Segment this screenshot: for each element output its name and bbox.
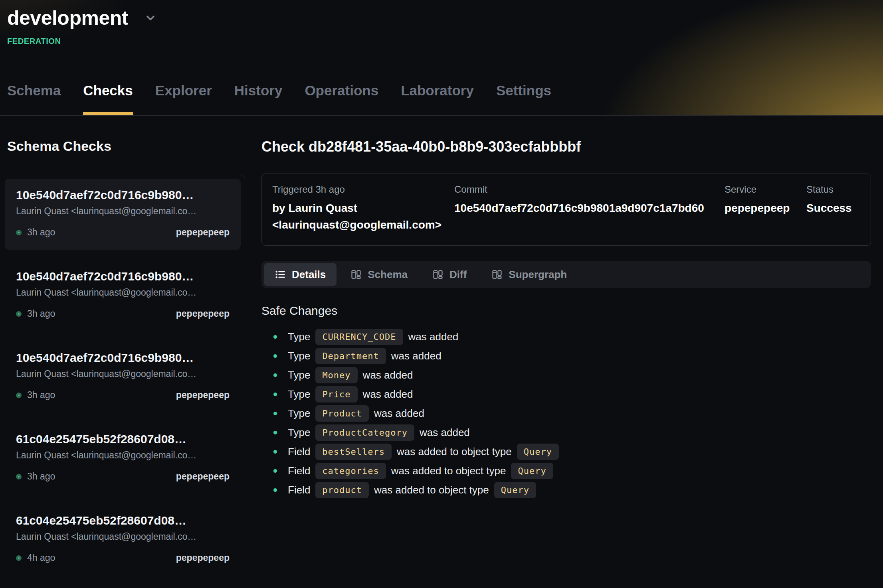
triggered-value: by Laurin Quast <laurinquast@googlemail.…	[272, 200, 446, 233]
tab-explorer[interactable]: Explorer	[155, 83, 212, 116]
bullet-icon	[273, 393, 277, 396]
change-item: Field bestSellers was added to object ty…	[261, 442, 871, 461]
change-prefix: Type	[288, 388, 310, 401]
change-prefix: Type	[288, 407, 310, 420]
check-service: pepepepeep	[176, 390, 230, 401]
check-author: Laurin Quast <laurinquast@googlemail.co…	[16, 287, 230, 298]
tab-schema[interactable]: Schema	[7, 83, 61, 116]
chevron-down-icon[interactable]	[144, 12, 157, 24]
detail-tab-diff[interactable]: Diff	[422, 263, 477, 286]
check-author: Laurin Quast <laurinquast@googlemail.co…	[16, 206, 230, 217]
tab-settings[interactable]: Settings	[496, 83, 551, 116]
check-detail-panel: Check db28f481-35aa-40b0-b8b9-303ecfabbb…	[245, 116, 883, 588]
check-time: 3h ago	[27, 471, 55, 482]
check-list-item[interactable]: 10e540d7aef72c0d716c9b980… Laurin Quast …	[5, 260, 241, 331]
check-list-item[interactable]: 61c04e25475eb52f28607d08… Laurin Quast <…	[5, 504, 241, 575]
tab-operations[interactable]: Operations	[305, 83, 378, 116]
status-dot-icon	[16, 311, 22, 317]
target-selector: development	[7, 6, 883, 30]
change-code-badge: CURRENCY_CODE	[315, 329, 403, 345]
bullet-icon	[273, 431, 277, 434]
detail-tab-supergraph[interactable]: Supergraph	[481, 263, 578, 286]
change-item: Type Department was added	[261, 346, 871, 365]
main-content: Schema Checks 10e540d7aef72c0d716c9b980……	[0, 116, 883, 588]
meta-commit: Commit 10e540d7aef72c0d716c9b9801a9d907c…	[454, 184, 725, 233]
check-detail-title: Check db28f481-35aa-40b0-b8b9-303ecfabbb…	[261, 138, 871, 155]
check-time: 3h ago	[27, 227, 55, 238]
check-meta-row: 4h ago pepepepeep	[16, 552, 230, 563]
change-prefix: Field	[288, 484, 310, 496]
status-dot-icon	[16, 393, 22, 398]
check-commit-hash: 10e540d7aef72c0d716c9b980…	[16, 188, 230, 202]
check-meta-row: 3h ago pepepepeep	[16, 308, 230, 319]
commit-value: 10e540d7aef72c0d716c9b9801a9d907c1a7bd60	[454, 200, 717, 217]
check-commit-hash: 10e540d7aef72c0d716c9b980…	[16, 270, 230, 283]
check-time: 3h ago	[27, 308, 55, 319]
check-service: pepepepeep	[176, 308, 230, 319]
meta-service: Service pepepepeep	[725, 184, 806, 233]
tab-history[interactable]: History	[234, 83, 283, 116]
change-code-badge: categories	[315, 463, 386, 479]
service-label: Service	[725, 184, 798, 195]
change-suffix: was added	[408, 331, 459, 343]
bullet-icon	[273, 412, 277, 415]
change-suffix: was added to object type	[391, 465, 506, 477]
columns-icon	[432, 269, 443, 280]
check-service: pepepepeep	[176, 471, 230, 482]
change-code-badge: Money	[315, 367, 357, 383]
check-author: Laurin Quast <laurinquast@googlemail.co…	[16, 369, 230, 379]
status-dot-icon	[16, 230, 22, 235]
detail-tab-schema[interactable]: Schema	[340, 263, 418, 286]
change-item: Type Price was added	[261, 385, 871, 404]
detail-tab-label: Supergraph	[509, 268, 567, 281]
triggered-label: Triggered 3h ago	[272, 184, 446, 195]
change-suffix: was added	[374, 407, 424, 420]
list-icon	[275, 269, 286, 280]
commit-label: Commit	[454, 184, 717, 195]
checks-sidebar: Schema Checks 10e540d7aef72c0d716c9b980……	[0, 116, 245, 588]
change-prefix: Field	[288, 465, 310, 477]
check-meta-row: 3h ago pepepepeep	[16, 390, 230, 401]
columns-icon	[350, 269, 362, 280]
check-detail-tabs: Details Schema Diff	[261, 261, 871, 288]
target-name[interactable]: development	[7, 6, 128, 30]
tab-checks[interactable]: Checks	[83, 83, 133, 116]
change-code-badge: product	[315, 482, 369, 498]
bullet-icon	[273, 450, 277, 454]
check-meta-row: 3h ago pepepepeep	[16, 227, 230, 238]
check-commit-hash: 10e540d7aef72c0d716c9b980…	[16, 351, 230, 365]
change-item: Field product was added to object type Q…	[261, 480, 871, 499]
app-root: development FEDERATION Schema Checks Exp…	[0, 0, 883, 588]
change-item: Type ProductCategory was added	[261, 423, 871, 442]
status-dot-icon	[16, 555, 22, 561]
check-list-item[interactable]: 10e540d7aef72c0d716c9b980… Laurin Quast …	[5, 341, 241, 412]
change-code-badge: ProductCategory	[315, 424, 414, 441]
change-prefix: Type	[288, 426, 310, 439]
service-value: pepepepeep	[725, 200, 798, 217]
detail-tab-label: Diff	[449, 268, 467, 281]
check-service: pepepepeep	[176, 227, 230, 238]
check-service: pepepepeep	[176, 552, 230, 563]
top-tab-bar: Schema Checks Explorer History Operation…	[7, 83, 551, 116]
detail-tab-details[interactable]: Details	[264, 263, 337, 286]
change-prefix: Type	[288, 369, 310, 381]
change-code-badge: Query	[517, 444, 559, 460]
change-code-badge: Query	[494, 482, 536, 498]
meta-status: Status Success	[806, 184, 860, 233]
columns-icon	[491, 269, 503, 280]
detail-tab-label: Schema	[368, 268, 408, 281]
check-list-item[interactable]: 10e540d7aef72c0d716c9b980… Laurin Quast …	[5, 179, 241, 250]
check-meta-card: Triggered 3h ago by Laurin Quast <laurin…	[261, 174, 871, 246]
bullet-icon	[273, 469, 277, 473]
change-prefix: Type	[288, 350, 310, 362]
detail-tab-label: Details	[292, 268, 326, 281]
tab-laboratory[interactable]: Laboratory	[401, 83, 474, 116]
check-commit-hash: 61c04e25475eb52f28607d08…	[16, 514, 230, 527]
change-code-badge: Department	[315, 348, 386, 364]
change-item: Field categories was added to object typ…	[261, 461, 871, 480]
check-list-item[interactable]: 61c04e25475eb52f28607d08… Laurin Quast <…	[5, 423, 241, 494]
meta-triggered: Triggered 3h ago by Laurin Quast <laurin…	[272, 184, 454, 233]
bullet-icon	[273, 488, 277, 492]
check-author: Laurin Quast <laurinquast@googlemail.co…	[16, 450, 230, 461]
change-suffix: was added	[363, 369, 413, 381]
